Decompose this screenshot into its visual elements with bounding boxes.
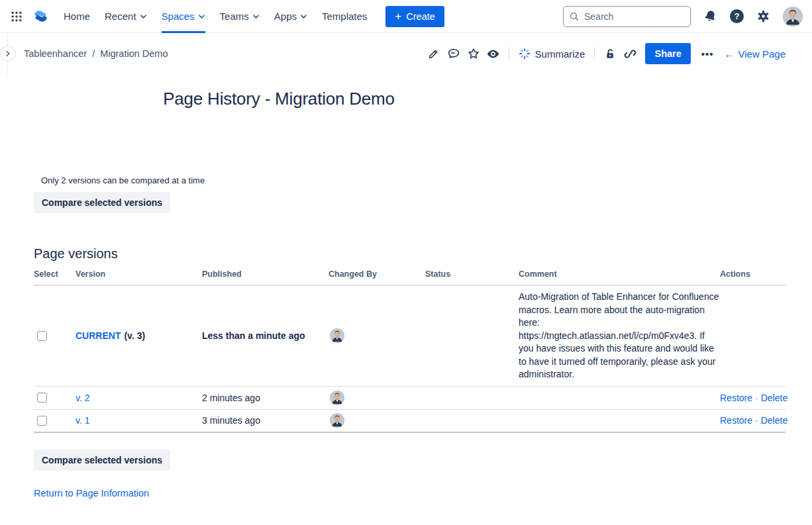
version-checkbox[interactable]	[37, 331, 47, 341]
col-header-comment: Comment	[519, 269, 720, 279]
more-actions-icon[interactable]: •••	[699, 48, 717, 60]
breadcrumb-separator: /	[92, 48, 95, 59]
search-input[interactable]	[584, 11, 685, 22]
published-cell: 2 minutes ago	[202, 393, 329, 403]
expand-sidebar-button[interactable]	[0, 46, 16, 62]
breadcrumb-space-link[interactable]: Tableenhancer	[24, 48, 87, 59]
page-title: Page History - Migration Demo	[34, 89, 524, 109]
page-toolbar: Summarize Share ••• ← View Page	[424, 43, 786, 64]
select-cell	[34, 416, 76, 426]
user-avatar[interactable]	[783, 7, 803, 26]
action-separator: ·	[755, 393, 758, 403]
nav-item-label: Teams	[220, 11, 249, 22]
page-history-content: Page History - Migration Demo Only 2 ver…	[0, 89, 812, 499]
changed-by-avatar[interactable]	[330, 391, 344, 405]
view-page-link[interactable]: ← View Page	[725, 48, 786, 60]
nav-item-label: Templates	[322, 11, 367, 22]
comment-icon[interactable]	[444, 43, 464, 64]
version-cell: v. 2	[76, 393, 202, 403]
topnav-right-icons: ?	[703, 7, 803, 26]
col-header-status: Status	[425, 269, 519, 279]
published-cell: Less than a minute ago	[202, 330, 329, 341]
action-separator: ·	[755, 415, 758, 426]
breadcrumb-page-link[interactable]: Migration Demo	[100, 48, 168, 59]
version-link[interactable]: CURRENT	[76, 330, 121, 341]
comment-cell	[519, 416, 720, 425]
comment-cell	[519, 393, 720, 403]
comment-cell: Auto-Migration of Table Enhancer for Con…	[519, 286, 720, 386]
version-cell: CURRENT(v. 3)	[76, 330, 202, 341]
version-checkbox[interactable]	[37, 416, 47, 426]
page-versions-heading: Page versions	[34, 246, 786, 262]
changed-by-cell	[329, 413, 425, 428]
copy-link-icon[interactable]	[620, 43, 640, 64]
create-button[interactable]: + Create	[385, 6, 444, 27]
search-box[interactable]	[563, 6, 691, 27]
versions-table: Select Version Published Changed By Stat…	[34, 269, 786, 433]
summarize-label: Summarize	[535, 48, 585, 60]
version-checkbox[interactable]	[37, 393, 47, 403]
nav-item-recent[interactable]: Recent	[105, 0, 147, 33]
col-header-published: Published	[202, 269, 329, 279]
changed-by-avatar[interactable]	[330, 413, 344, 428]
versions-table-header: Select Version Published Changed By Stat…	[34, 269, 786, 286]
col-header-changed-by: Changed By	[329, 269, 425, 279]
col-header-actions: Actions	[720, 269, 786, 279]
version-suffix: (v. 3)	[124, 330, 145, 341]
select-cell	[34, 331, 76, 341]
chevron-down-icon	[140, 14, 147, 19]
chevron-down-icon	[300, 14, 307, 19]
compare-hint-text: Only 2 versions can be compared at a tim…	[41, 175, 786, 185]
compare-selected-versions-button-bottom[interactable]: Compare selected versions	[34, 450, 170, 471]
restore-link[interactable]: Restore	[720, 415, 752, 426]
view-page-label: View Page	[738, 48, 786, 60]
version-link[interactable]: v. 1	[76, 415, 90, 426]
breadcrumb: Tableenhancer / Migration Demo	[24, 48, 168, 59]
notifications-icon[interactable]	[703, 9, 717, 23]
watch-icon[interactable]	[483, 43, 503, 64]
nav-item-teams[interactable]: Teams	[220, 0, 260, 33]
return-to-page-information-link[interactable]: Return to Page Information	[34, 488, 149, 499]
create-button-label: Create	[406, 11, 435, 22]
col-header-version: Version	[76, 269, 202, 279]
nav-item-templates[interactable]: Templates	[322, 0, 367, 33]
search-icon	[569, 11, 580, 22]
restrictions-unlock-icon[interactable]	[600, 43, 620, 64]
edit-icon[interactable]	[424, 43, 444, 64]
actions-cell: Restore·Delete	[720, 415, 786, 426]
app-switcher-icon[interactable]	[7, 7, 26, 26]
settings-icon[interactable]	[756, 9, 770, 23]
nav-item-label: Recent	[105, 11, 136, 22]
back-arrow-icon: ←	[725, 48, 735, 60]
share-button[interactable]: Share	[645, 43, 690, 64]
summarize-button[interactable]: Summarize	[515, 48, 589, 60]
table-row-v1: v. 1 3 minutes ago Restore·Delete	[34, 410, 786, 433]
nav-item-label: Spaces	[162, 11, 195, 22]
changed-by-cell	[329, 391, 425, 405]
table-row-current: CURRENT(v. 3) Less than a minute ago Aut…	[34, 286, 786, 387]
nav-item-home[interactable]: Home	[64, 0, 90, 33]
changed-by-avatar[interactable]	[330, 328, 344, 343]
select-cell	[34, 393, 76, 403]
breadcrumb-toolbar-row: Tableenhancer / Migration Demo	[0, 33, 812, 74]
col-header-select: Select	[34, 269, 76, 279]
chevron-down-icon	[252, 14, 260, 19]
help-icon[interactable]: ?	[730, 9, 744, 23]
version-link[interactable]: v. 2	[76, 393, 90, 403]
summarize-sparkle-icon	[519, 48, 531, 60]
confluence-logo[interactable]	[30, 7, 50, 26]
nav-item-label: Apps	[274, 11, 297, 22]
table-row-v2: v. 2 2 minutes ago Restore·Delete	[34, 387, 786, 410]
nav-item-label: Home	[64, 11, 90, 22]
nav-item-spaces[interactable]: Spaces	[162, 0, 205, 33]
star-icon[interactable]	[464, 43, 483, 64]
restore-link[interactable]: Restore	[720, 393, 752, 403]
changed-by-cell	[329, 328, 425, 343]
primary-nav: Home Recent Spaces Teams Apps	[64, 0, 367, 33]
nav-item-apps[interactable]: Apps	[274, 0, 307, 33]
compare-selected-versions-button-top[interactable]: Compare selected versions	[34, 192, 170, 213]
delete-link[interactable]: Delete	[761, 415, 787, 426]
published-cell: 3 minutes ago	[202, 415, 329, 426]
delete-link[interactable]: Delete	[761, 393, 787, 403]
version-cell: v. 1	[76, 415, 202, 426]
